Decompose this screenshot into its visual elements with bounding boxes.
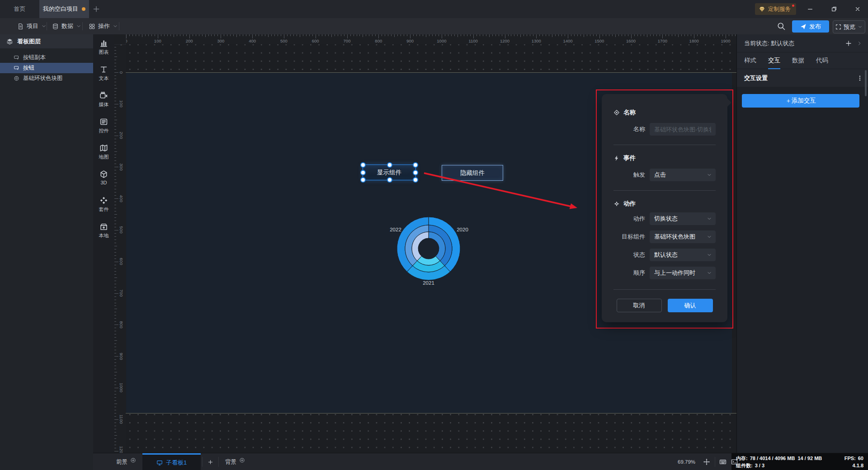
ring-chart-component[interactable]: 202020212022 — [387, 212, 475, 291]
trigger-select[interactable]: 点击 — [650, 169, 716, 181]
close-icon — [854, 6, 861, 12]
chevron-right-icon[interactable] — [857, 41, 862, 46]
foreground-label: 前景 — [116, 458, 127, 466]
layer-item-label: 按钮 — [23, 64, 34, 72]
menu-data[interactable]: 数据 — [52, 18, 81, 34]
panel-tabs: 样式 交互 数据 代码 — [737, 52, 868, 69]
tab-label: 交互 — [768, 56, 780, 65]
charts-icon — [99, 39, 108, 47]
rail-item-3d[interactable]: 3D — [93, 170, 114, 193]
tab-code[interactable]: 代码 — [816, 52, 828, 69]
plus-icon — [208, 459, 213, 465]
resize-handle-w[interactable] — [360, 170, 366, 175]
action-section-icon — [613, 201, 620, 207]
rail-label: 套件 — [99, 206, 109, 213]
fps-value: 60 — [858, 455, 863, 462]
plus-circle-icon[interactable] — [239, 457, 245, 463]
subboard-tab[interactable]: 子看板1 — [142, 453, 201, 470]
event-section-title: 事件 — [623, 154, 636, 162]
resize-handle-s[interactable] — [387, 177, 392, 183]
rail-item-map[interactable]: 地图 — [93, 144, 114, 166]
interaction-settings-header: 交互设置 — [737, 69, 868, 87]
resize-handle-n[interactable] — [387, 162, 392, 168]
layer-item-button-copy[interactable]: 按钮副本 — [0, 52, 93, 63]
order-field-label: 顺序 — [613, 269, 645, 277]
menu-ops[interactable]: 操作 — [89, 18, 118, 34]
rail-item-local[interactable]: 本地 — [93, 222, 114, 245]
terminal-icon — [731, 459, 738, 465]
trigger-field-label: 触发 — [613, 171, 645, 179]
layers-panel: 看板图层 按钮副本 按钮 基础环状色块图 — [0, 34, 94, 470]
order-select[interactable]: 与上一动作同时 — [650, 267, 716, 279]
maximize-button[interactable] — [826, 4, 842, 14]
ring-chart-icon — [14, 75, 19, 81]
divider — [47, 22, 47, 30]
target-select[interactable]: 基础环状色块图 — [650, 230, 716, 243]
console-button[interactable] — [729, 457, 740, 467]
tab-project-label: 我的空白项目 — [43, 5, 78, 13]
rail-item-media[interactable]: 媒体 — [93, 91, 114, 114]
vertical-ruler: -100010020030040050060070080090010001100… — [114, 44, 126, 453]
rail-item-controls[interactable]: 控件 — [93, 118, 114, 140]
unsaved-dot-icon — [82, 7, 85, 11]
state-select[interactable]: 默认状态 — [650, 249, 716, 261]
resize-handle-e[interactable] — [413, 170, 418, 175]
show-component-button[interactable]: 显示组件 — [363, 164, 416, 180]
search-button[interactable] — [777, 22, 786, 31]
panel-scrollbar[interactable] — [865, 70, 867, 96]
dialog-action-section: 动作 — [613, 199, 716, 209]
menu-data-label: 数据 — [61, 22, 73, 30]
custom-service-badge[interactable]: 定制服务 — [755, 3, 796, 15]
tab-data[interactable]: 数据 — [792, 52, 804, 69]
tab-home[interactable]: 首页 — [0, 0, 39, 18]
action-select[interactable]: 切换状态 — [650, 212, 716, 225]
resize-handle-sw[interactable] — [360, 177, 366, 183]
publish-button[interactable]: 发布 — [792, 20, 829, 33]
chevron-down-icon — [707, 252, 712, 258]
rail-label: 控件 — [99, 127, 109, 134]
add-interaction-button[interactable]: ＋添加交互 — [742, 94, 859, 108]
rail-item-kits[interactable]: 套件 — [93, 196, 114, 219]
action-field-label: 动作 — [613, 215, 645, 223]
action-section-title: 动作 — [623, 200, 636, 208]
menu-project[interactable]: 项目 — [17, 18, 47, 34]
resize-handle-nw[interactable] — [360, 162, 366, 168]
fit-view-button[interactable] — [701, 457, 712, 467]
fullscreen-icon — [835, 24, 841, 30]
rail-item-text[interactable]: 文本 — [93, 65, 114, 88]
rail-item-charts[interactable]: 图表 — [93, 39, 114, 61]
confirm-button[interactable]: 确认 — [668, 299, 713, 312]
hide-component-button[interactable]: 隐藏组件 — [442, 165, 503, 181]
minimize-button[interactable] — [802, 4, 818, 14]
chevron-down-icon — [76, 24, 81, 29]
foreground-tab[interactable]: 前景 — [116, 453, 136, 470]
add-interaction-label: ＋添加交互 — [785, 97, 816, 105]
tab-interaction[interactable]: 交互 — [768, 52, 780, 69]
layer-item-button[interactable]: 按钮 — [0, 63, 93, 73]
dialog-event-section: 事件 — [613, 153, 716, 163]
background-tab[interactable]: 背景 — [225, 453, 245, 470]
close-button[interactable] — [850, 4, 865, 14]
resize-handle-se[interactable] — [413, 177, 418, 183]
tab-label: 数据 — [792, 56, 804, 65]
add-state-button[interactable] — [845, 40, 852, 47]
project-icon — [17, 23, 24, 30]
tab-style[interactable]: 样式 — [744, 52, 756, 69]
shortcuts-button[interactable] — [717, 457, 728, 467]
add-subboard-button[interactable] — [203, 453, 217, 470]
new-tab-button[interactable] — [92, 5, 100, 13]
target-value: 基础环状色块图 — [654, 233, 707, 241]
interaction-settings-title: 交互设置 — [744, 74, 768, 82]
layer-item-ring-chart[interactable]: 基础环状色块图 — [0, 73, 93, 84]
kebab-menu-icon[interactable] — [857, 75, 863, 81]
preview-button[interactable]: 预览 — [833, 20, 865, 33]
rail-label: 3D — [100, 180, 107, 185]
resize-handle-ne[interactable] — [413, 162, 418, 168]
name-input[interactable] — [650, 123, 716, 136]
zoom-value: 69.79% — [678, 459, 695, 465]
artboard-top-edge — [114, 72, 736, 73]
plus-circle-icon[interactable] — [130, 457, 136, 463]
cancel-button[interactable]: 取消 — [617, 299, 662, 312]
tab-project[interactable]: 我的空白项目 — [39, 0, 89, 18]
divider — [202, 457, 203, 467]
